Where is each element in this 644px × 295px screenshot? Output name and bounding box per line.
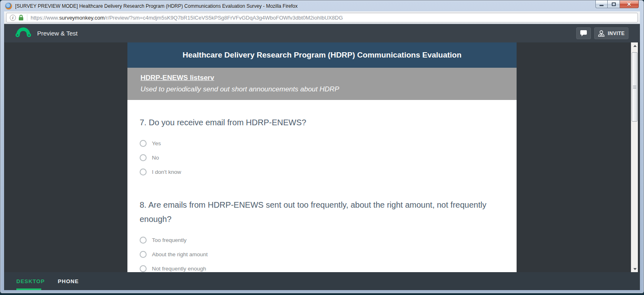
firefox-icon <box>5 3 12 9</box>
url-text: https://www.surveymonkey.com/r/Preview/?… <box>31 15 343 21</box>
url-divider <box>27 14 27 21</box>
option-dont-know[interactable]: I don't know <box>140 165 504 179</box>
question-7-number: 7. <box>140 118 147 127</box>
device-preview-tabs: DESKTOP PHONE <box>4 272 640 290</box>
radio-button[interactable] <box>140 237 147 244</box>
option-label: No <box>152 155 159 161</box>
close-button[interactable]: ✕ <box>620 0 639 8</box>
option-label: I don't know <box>152 169 181 175</box>
window-titlebar[interactable]: [SURVEY PREVIEW MODE] Healthcare Deliver… <box>0 0 644 11</box>
minimize-icon <box>599 5 604 6</box>
minimize-button[interactable] <box>595 0 608 8</box>
question-7-options: Yes No I don't know <box>140 136 504 179</box>
browser-toolbar: i https://www.surveymonkey.com/r/Preview… <box>4 11 640 24</box>
option-yes[interactable]: Yes <box>140 136 504 151</box>
option-not-frequently[interactable]: Not frequently enough <box>140 262 504 272</box>
survey-preview-area: Healthcare Delivery Research Program (HD… <box>4 42 640 272</box>
option-label: Not frequently enough <box>152 266 206 272</box>
feedback-chat-button[interactable] <box>576 27 591 39</box>
section-banner: HDRP-ENEWS listserv Used to periodically… <box>127 68 517 100</box>
preview-test-label: Preview & Test <box>37 30 78 37</box>
survey-card: Healthcare Delivery Research Program (HD… <box>127 42 517 272</box>
surveymonkey-logo-icon[interactable] <box>16 27 31 40</box>
tab-phone[interactable]: PHONE <box>58 278 79 284</box>
option-about-right[interactable]: About the right amount <box>140 247 504 262</box>
url-domain: surveymonkey.com <box>59 15 105 21</box>
url-bar[interactable]: i https://www.surveymonkey.com/r/Preview… <box>6 13 638 22</box>
invite-person-icon <box>598 30 605 37</box>
scrollbar-thumb[interactable] <box>632 52 637 122</box>
https-lock-icon <box>18 15 24 21</box>
radio-button[interactable] <box>140 154 147 161</box>
radio-button[interactable] <box>140 251 147 258</box>
survey-title: Healthcare Delivery Research Program (HD… <box>127 42 517 68</box>
close-icon: ✕ <box>627 2 631 7</box>
url-path: /r/Preview/?sm=c4mdjm5sK9Q7bR15ICeVS5kPS… <box>105 15 343 21</box>
radio-button[interactable] <box>140 169 147 175</box>
section-description: Used to periodically send out short anno… <box>140 85 504 93</box>
window-bottom-border <box>0 290 644 294</box>
window-title: [SURVEY PREVIEW MODE] Healthcare Deliver… <box>15 3 298 9</box>
thumb-grip <box>633 87 636 87</box>
page-scrollbar[interactable] <box>631 42 638 272</box>
question-8-number: 8. <box>140 200 147 209</box>
question-8: 8. Are emails from HDRP-ENEWS sent out t… <box>140 198 504 272</box>
surveymonkey-header: Preview & Test INVITE <box>4 24 640 42</box>
option-too-frequently[interactable]: Too frequently <box>140 233 504 247</box>
chat-bubble-icon <box>580 30 587 37</box>
question-8-text: Are emails from HDRP-ENEWS sent out too … <box>140 200 486 224</box>
question-8-heading: 8. Are emails from HDRP-ENEWS sent out t… <box>140 198 503 226</box>
option-label: About the right amount <box>152 251 208 257</box>
invite-button[interactable]: INVITE <box>594 27 628 39</box>
radio-button[interactable] <box>140 140 147 147</box>
scroll-down-button[interactable] <box>631 266 638 272</box>
thumb-grip <box>633 88 636 89</box>
maximize-icon <box>612 2 616 6</box>
option-no[interactable]: No <box>140 151 504 165</box>
maximize-button[interactable] <box>608 0 620 8</box>
scroll-up-button[interactable] <box>631 42 638 49</box>
question-8-options: Too frequently About the right amount No… <box>140 233 504 272</box>
question-7-heading: 7. Do you receive email from HDRP-ENEWS? <box>140 115 503 130</box>
scroll-up-icon <box>633 45 637 47</box>
window-controls: ✕ <box>595 0 639 8</box>
question-7: 7. Do you receive email from HDRP-ENEWS?… <box>140 115 504 179</box>
option-label: Yes <box>152 140 161 146</box>
question-7-text: Do you receive email from HDRP-ENEWS? <box>149 118 306 127</box>
section-heading: HDRP-ENEWS listserv <box>140 74 504 82</box>
tab-desktop[interactable]: DESKTOP <box>16 278 45 284</box>
option-label: Too frequently <box>152 237 187 243</box>
radio-button[interactable] <box>140 265 147 272</box>
browser-window: [SURVEY PREVIEW MODE] Healthcare Deliver… <box>0 0 644 293</box>
url-prefix: https://www. <box>31 15 59 21</box>
active-tab-indicator <box>16 288 41 290</box>
page-viewport: Preview & Test INVITE <box>4 24 640 290</box>
scroll-down-icon <box>633 268 637 270</box>
site-info-icon[interactable]: i <box>10 15 16 21</box>
invite-label: INVITE <box>608 31 625 36</box>
thumb-grip <box>633 86 636 86</box>
question-list: 7. Do you receive email from HDRP-ENEWS?… <box>127 100 517 272</box>
